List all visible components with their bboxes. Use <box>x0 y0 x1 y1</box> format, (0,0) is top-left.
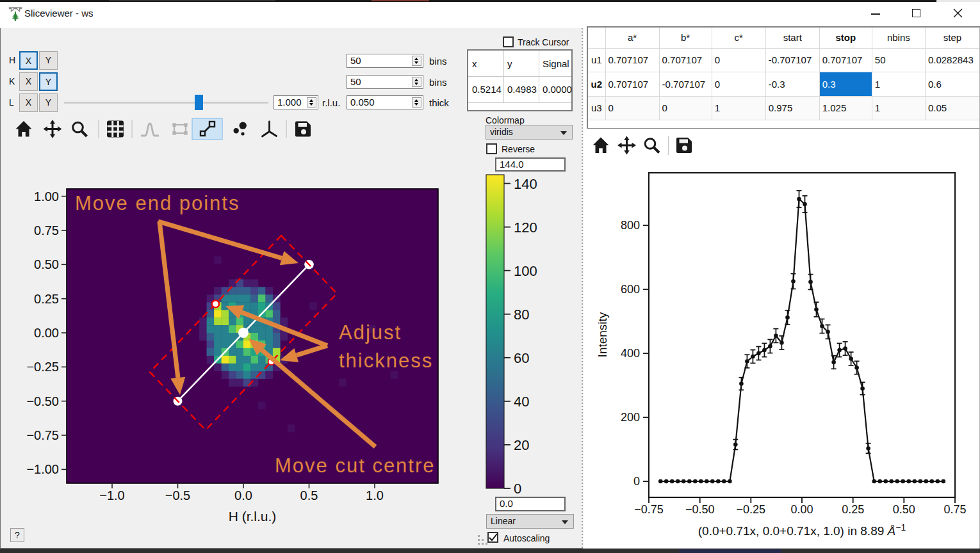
svg-text:20: 20 <box>514 437 529 453</box>
svg-text:0: 0 <box>633 475 640 488</box>
svg-text:0.00: 0.00 <box>34 326 59 340</box>
svg-text:−0.75: −0.75 <box>26 428 59 442</box>
svg-text:H (r.l.u.): H (r.l.u.) <box>229 509 277 524</box>
svg-text:Intensity: Intensity <box>596 312 609 357</box>
svg-text:0.50: 0.50 <box>34 257 59 271</box>
svg-text:0.00: 0.00 <box>790 503 813 516</box>
svg-text:−1.00: −1.00 <box>26 462 59 476</box>
svg-text:Adjust: Adjust <box>339 321 402 344</box>
svg-text:−0.25: −0.25 <box>737 503 766 516</box>
svg-text:0: 0 <box>514 481 521 497</box>
svg-text:−0.25: −0.25 <box>26 360 59 374</box>
svg-text:400: 400 <box>621 347 640 360</box>
svg-text:Move cut centre: Move cut centre <box>275 454 436 477</box>
svg-text:−0.50: −0.50 <box>685 503 715 516</box>
svg-text:60: 60 <box>514 350 529 366</box>
svg-text:600: 600 <box>621 283 640 296</box>
svg-text:0.50: 0.50 <box>893 503 915 516</box>
svg-text:0.25: 0.25 <box>842 503 864 516</box>
svg-text:0.75: 0.75 <box>34 223 59 237</box>
svg-text:(0.0+0.71x, 0.0+0.71x, 1.0) in: (0.0+0.71x, 0.0+0.71x, 1.0) in 8.89 Å−1 <box>698 522 906 538</box>
svg-text:0.0: 0.0 <box>234 488 252 502</box>
svg-text:1.00: 1.00 <box>34 189 59 204</box>
svg-text:140: 140 <box>514 176 537 192</box>
svg-text:−0.50: −0.50 <box>26 394 59 408</box>
svg-text:0.75: 0.75 <box>943 503 966 516</box>
svg-text:80: 80 <box>514 307 529 323</box>
svg-text:−1.0: −1.0 <box>99 488 124 502</box>
svg-text:−0.5: −0.5 <box>165 488 190 502</box>
svg-text:1.0: 1.0 <box>366 488 384 502</box>
svg-text:−0.75: −0.75 <box>634 503 664 516</box>
svg-text:Move end points: Move end points <box>75 192 240 214</box>
svg-text:0.5: 0.5 <box>300 488 318 502</box>
svg-text:120: 120 <box>514 220 537 236</box>
svg-text:thickness: thickness <box>339 349 433 372</box>
svg-text:100: 100 <box>514 263 537 279</box>
svg-text:200: 200 <box>621 411 640 424</box>
svg-text:0.25: 0.25 <box>34 292 59 306</box>
svg-text:40: 40 <box>514 394 529 410</box>
svg-text:800: 800 <box>621 219 640 232</box>
